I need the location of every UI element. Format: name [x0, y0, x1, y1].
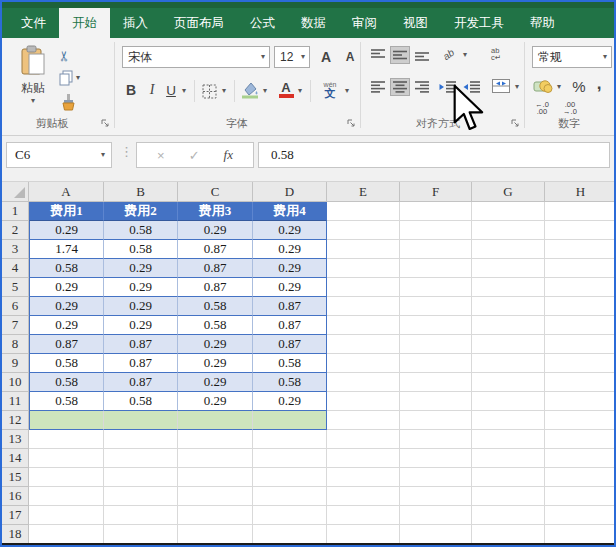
cell-A5[interactable]: 0.29	[29, 278, 104, 297]
cell-H14[interactable]	[545, 449, 614, 468]
cell-B17[interactable]	[104, 506, 178, 525]
cell-A17[interactable]	[29, 506, 104, 525]
cell-D3[interactable]: 0.29	[253, 240, 327, 259]
cell-F11[interactable]	[400, 392, 472, 411]
cell-C7[interactable]: 0.58	[178, 316, 253, 335]
tab-view[interactable]: 视图	[390, 8, 441, 38]
cell-E5[interactable]	[327, 278, 400, 297]
cell-H11[interactable]	[545, 392, 614, 411]
cell-C14[interactable]	[178, 449, 253, 468]
cell-A2[interactable]: 0.29	[29, 221, 104, 240]
cell-E12[interactable]	[327, 411, 400, 430]
cell-F7[interactable]	[400, 316, 472, 335]
cell-A6[interactable]: 0.29	[29, 297, 104, 316]
cell-H1[interactable]	[545, 202, 614, 221]
cell-A16[interactable]	[29, 487, 104, 506]
wrap-text-button[interactable]: ab c↵	[484, 42, 508, 66]
cell-F1[interactable]	[400, 202, 472, 221]
col-header-A[interactable]: A	[29, 182, 104, 202]
cell-C8[interactable]: 0.29	[178, 335, 253, 354]
bold-button[interactable]: B	[122, 80, 140, 100]
cell-B3[interactable]: 0.58	[104, 240, 178, 259]
align-right-button[interactable]	[412, 78, 432, 96]
cell-E16[interactable]	[327, 487, 400, 506]
align-left-button[interactable]	[368, 78, 388, 96]
cell-G9[interactable]	[472, 354, 545, 373]
cell-F9[interactable]	[400, 354, 472, 373]
merge-dropdown[interactable]: ▾	[512, 80, 522, 94]
cell-G6[interactable]	[472, 297, 545, 316]
cell-D17[interactable]	[253, 506, 327, 525]
cell-H7[interactable]	[545, 316, 614, 335]
cell-B8[interactable]: 0.87	[104, 335, 178, 354]
cell-H2[interactable]	[545, 221, 614, 240]
cell-A15[interactable]	[29, 468, 104, 487]
col-header-C[interactable]: C	[178, 182, 253, 202]
row-header-2[interactable]: 2	[2, 221, 29, 240]
fill-color-button[interactable]	[240, 80, 260, 100]
cell-D8[interactable]: 0.87	[253, 335, 327, 354]
decrease-decimal-button[interactable]: .00 →.0	[558, 100, 582, 116]
col-header-B[interactable]: B	[104, 182, 178, 202]
cell-C9[interactable]: 0.29	[178, 354, 253, 373]
cell-C18[interactable]	[178, 525, 253, 544]
cell-E11[interactable]	[327, 392, 400, 411]
cell-F15[interactable]	[400, 468, 472, 487]
cell-F3[interactable]	[400, 240, 472, 259]
copy-button[interactable]: ▾	[58, 70, 80, 86]
center-button[interactable]	[390, 78, 410, 96]
cell-D12[interactable]	[253, 411, 327, 430]
col-header-E[interactable]: E	[327, 182, 400, 202]
row-header-16[interactable]: 16	[2, 487, 29, 506]
col-header-G[interactable]: G	[472, 182, 545, 202]
cell-C15[interactable]	[178, 468, 253, 487]
cell-A1[interactable]: 费用1	[29, 202, 104, 221]
cell-B16[interactable]	[104, 487, 178, 506]
row-header-8[interactable]: 8	[2, 335, 29, 354]
cell-B12[interactable]	[104, 411, 178, 430]
cell-A4[interactable]: 0.58	[29, 259, 104, 278]
cell-H18[interactable]	[545, 525, 614, 544]
row-header-6[interactable]: 6	[2, 297, 29, 316]
col-header-D[interactable]: D	[253, 182, 327, 202]
cell-G8[interactable]	[472, 335, 545, 354]
font-dialog-launcher[interactable]	[346, 118, 356, 128]
cell-H5[interactable]	[545, 278, 614, 297]
cell-C17[interactable]	[178, 506, 253, 525]
cell-D2[interactable]: 0.29	[253, 221, 327, 240]
cell-D14[interactable]	[253, 449, 327, 468]
cell-E7[interactable]	[327, 316, 400, 335]
row-header-17[interactable]: 17	[2, 506, 29, 525]
cell-F14[interactable]	[400, 449, 472, 468]
tab-page-layout[interactable]: 页面布局	[161, 8, 237, 38]
tab-help[interactable]: 帮助	[517, 8, 568, 38]
cell-F4[interactable]	[400, 259, 472, 278]
cell-A9[interactable]: 0.58	[29, 354, 104, 373]
cell-D10[interactable]: 0.58	[253, 373, 327, 392]
cell-E18[interactable]	[327, 525, 400, 544]
borders-button[interactable]	[200, 82, 218, 100]
row-header-12[interactable]: 12	[2, 411, 29, 430]
merge-center-button[interactable]	[490, 76, 512, 96]
cell-C6[interactable]: 0.58	[178, 297, 253, 316]
name-box[interactable]: C6 ▾	[6, 142, 112, 168]
row-header-5[interactable]: 5	[2, 278, 29, 297]
cell-B7[interactable]: 0.29	[104, 316, 178, 335]
row-header-15[interactable]: 15	[2, 468, 29, 487]
increase-indent-button[interactable]	[460, 78, 482, 96]
format-painter-button[interactable]	[60, 94, 76, 111]
underline-dropdown[interactable]: ▾	[179, 84, 189, 98]
cell-E14[interactable]	[327, 449, 400, 468]
increase-font-size-button[interactable]: A	[316, 47, 336, 67]
decrease-font-size-button[interactable]: A	[340, 47, 360, 67]
cell-G13[interactable]	[472, 430, 545, 449]
cell-A8[interactable]: 0.87	[29, 335, 104, 354]
cell-F18[interactable]	[400, 525, 472, 544]
row-header-7[interactable]: 7	[2, 316, 29, 335]
bottom-align-button[interactable]	[412, 46, 432, 64]
accounting-dropdown[interactable]: ▾	[554, 80, 564, 94]
cell-D16[interactable]	[253, 487, 327, 506]
cell-G18[interactable]	[472, 525, 545, 544]
cell-B5[interactable]: 0.29	[104, 278, 178, 297]
orientation-dropdown[interactable]: ▾	[460, 48, 470, 62]
